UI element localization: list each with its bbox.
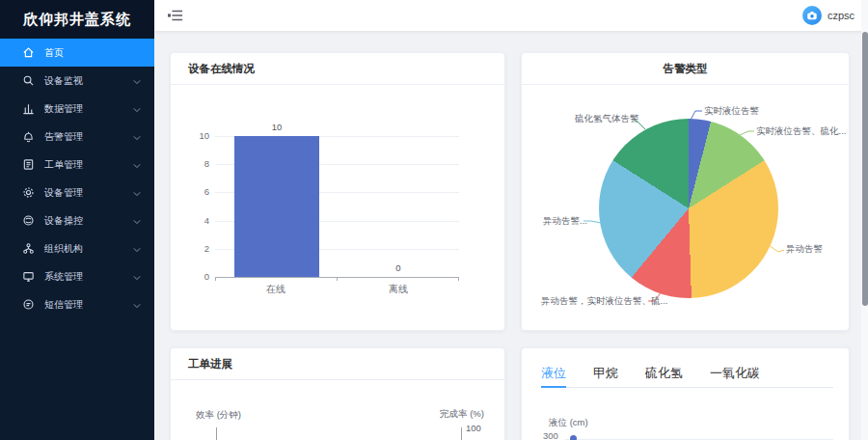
x-axis-tick: [458, 277, 459, 281]
sidebar-item-alarm-manage[interactable]: 告警管理: [0, 123, 154, 151]
line-chart-y-tick: 300: [543, 430, 558, 440]
x-axis-tick: [215, 277, 216, 281]
home-icon: [22, 46, 35, 59]
bar-online[interactable]: [234, 136, 319, 277]
sidebar-item-label: 告警管理: [44, 130, 83, 144]
chevron-down-icon: [133, 271, 141, 282]
bar-value-label: 0: [395, 262, 400, 273]
gauge-axis-line: [461, 427, 462, 440]
pie-label: 实时液位告警、硫化...: [756, 125, 846, 138]
y-axis-tick: 4: [182, 216, 209, 226]
device-online-chart[interactable]: 10 8 6 4 2 0 10 0 在线 离线: [171, 85, 504, 329]
user-name: czpsc: [827, 10, 854, 21]
alarm-type-chart: 实时液位告警 实时液位告警、硫化... 异动告警 异动告警，实时液位告警、硫..…: [522, 85, 849, 329]
pie-label: 硫化氢气体告警: [575, 113, 639, 125]
sidebar-item-label: 系统管理: [44, 270, 83, 284]
sidebar-menu: 首页 设备监视 数据管理 告警管理: [0, 39, 154, 318]
device-gear-icon: [22, 186, 35, 199]
chevron-down-icon: [133, 215, 141, 226]
line-chart-y-label: 液位 (cm): [549, 417, 588, 429]
y-axis-tick: 10: [182, 131, 209, 141]
sidebar-item-device-monitor[interactable]: 设备监视: [0, 67, 154, 95]
data-chart-icon: [22, 102, 35, 115]
pie-label: 异动告警...: [543, 215, 587, 228]
sidebar-item-label: 数据管理: [44, 102, 83, 116]
sidebar-item-data-manage[interactable]: 数据管理: [0, 95, 154, 123]
sidebar-item-device-manage[interactable]: 设备管理: [0, 179, 154, 206]
line-chart-point[interactable]: [570, 435, 577, 440]
control-gear-icon: [22, 214, 35, 227]
user-menu[interactable]: czpsc: [802, 6, 854, 25]
sidebar-item-label: 首页: [44, 46, 64, 60]
sidebar-item-label: 组织机构: [44, 242, 83, 256]
pie-label: 实时液位告警: [704, 105, 759, 118]
main-content: 设备在线情况 10 8 6 4 2 0 10 0 在线: [154, 31, 868, 440]
pie-leader-lines: [522, 85, 851, 330]
tab-liquid-level[interactable]: 液位: [541, 360, 566, 388]
bar-plot: 10 8 6 4 2 0 10 0 在线 离线: [215, 136, 459, 278]
tab-hydrogen-sulfide[interactable]: 硫化氢: [645, 360, 683, 388]
chevron-down-icon: [133, 299, 141, 310]
card-title: 设备在线情况: [171, 53, 504, 85]
sidebar-item-organization[interactable]: 组织机构: [0, 234, 154, 262]
chevron-down-icon: [133, 131, 141, 142]
chevron-down-icon: [133, 75, 141, 86]
sidebar: 欣仰邦井盖系统 首页 设备监视 数据管理: [0, 0, 154, 440]
tab-carbon-monoxide[interactable]: 一氧化碳: [710, 360, 760, 388]
app-title: 欣仰邦井盖系统: [0, 0, 154, 39]
sidebar-item-home[interactable]: 首页: [0, 39, 154, 67]
tab-methane[interactable]: 甲烷: [593, 360, 618, 388]
y-axis-tick: 2: [182, 244, 209, 254]
y-axis-tick: 0: [182, 272, 209, 282]
sidebar-item-label: 工单管理: [44, 158, 83, 172]
sidebar-item-sms-manage[interactable]: 短信管理: [0, 290, 154, 318]
work-order-gauges[interactable]: 效率 (分钟) 完成率 (%) 100: [171, 380, 504, 440]
avatar: [802, 6, 822, 25]
sidebar-item-device-control[interactable]: 设备操控: [0, 206, 154, 234]
chevron-down-icon: [133, 103, 141, 114]
x-axis-tick: [337, 277, 338, 281]
card-title: 工单进展: [171, 348, 504, 380]
sidebar-item-system-manage[interactable]: 系统管理: [0, 262, 154, 290]
sidebar-item-work-order[interactable]: 工单管理: [0, 151, 154, 179]
work-order-icon: [22, 158, 35, 171]
scrollbar-track: [861, 0, 868, 440]
card-device-online: 设备在线情况 10 8 6 4 2 0 10 0 在线: [170, 52, 505, 331]
y-axis-tick: 8: [182, 159, 209, 169]
chevron-down-icon: [133, 187, 141, 198]
category-label-offline: 离线: [389, 283, 408, 296]
sidebar-item-label: 设备监视: [44, 74, 83, 88]
card-sensors: 液位 甲烷 硫化氢 一氧化碳 液位 (cm) 300: [521, 347, 850, 440]
card-alarm-type: 告警类型 实时液位告警 实时液位告警、硫化... 异动告警 异动告警，实时液位告…: [521, 52, 850, 331]
card-work-order: 工单进展 效率 (分钟) 完成率 (%) 100: [170, 347, 505, 440]
org-structure-icon: [22, 242, 35, 255]
pie-label: 异动告警，实时液位告警、硫...: [541, 295, 667, 308]
sidebar-item-label: 设备管理: [44, 186, 83, 200]
bar-value-label: 10: [272, 122, 283, 132]
alarm-bell-icon: [22, 130, 35, 143]
sidebar-item-label: 设备操控: [44, 214, 83, 228]
system-monitor-icon: [22, 270, 35, 283]
y-axis-tick: 6: [182, 187, 209, 197]
pie-label: 异动告警: [786, 243, 823, 256]
gauge-label-efficiency: 效率 (分钟): [196, 409, 241, 422]
gauge-axis-line: [216, 427, 217, 440]
chevron-down-icon: [133, 159, 141, 170]
category-label-online: 在线: [266, 283, 285, 296]
sensor-tabs: 液位 甲烷 硫化氢 一氧化碳: [541, 360, 833, 388]
sidebar-collapse-button[interactable]: [166, 7, 185, 24]
card-title: 告警类型: [522, 53, 849, 85]
gauge-max-tick: 100: [466, 423, 481, 433]
device-monitor-icon: [22, 74, 35, 87]
sms-message-icon: [22, 298, 35, 311]
topbar: czpsc: [154, 0, 868, 31]
sidebar-item-label: 短信管理: [44, 298, 83, 312]
scrollbar-thumb[interactable]: [862, 32, 868, 306]
gauge-label-completion: 完成率 (%): [440, 408, 484, 421]
chevron-down-icon: [133, 243, 141, 254]
